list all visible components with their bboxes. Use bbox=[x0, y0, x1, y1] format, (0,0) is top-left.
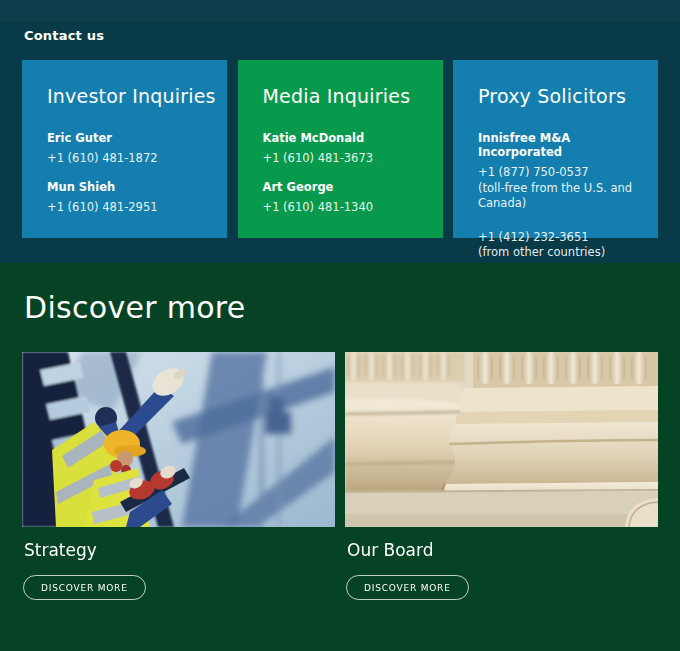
contact-entry: Mun Shieh +1 (610) 481-2951 bbox=[47, 180, 203, 216]
contact-phone: +1 (610) 481-2951 bbox=[47, 200, 203, 216]
tile-title: Our Board bbox=[347, 540, 658, 560]
contact-cards-row: Investor Inquiries Eric Guter +1 (610) 4… bbox=[22, 60, 658, 238]
tile-our-board: Our Board DISCOVER MORE bbox=[345, 352, 658, 600]
card-investor-inquiries: Investor Inquiries Eric Guter +1 (610) 4… bbox=[22, 60, 227, 238]
contact-phone: +1 (412) 232-3651 bbox=[478, 230, 634, 246]
contact-heading: Contact us bbox=[24, 28, 680, 43]
contact-note: (from other countries) bbox=[478, 245, 634, 261]
card-title: Investor Inquiries bbox=[47, 85, 203, 107]
contact-name: Art George bbox=[263, 180, 419, 194]
contact-phone: +1 (610) 481-1872 bbox=[47, 151, 203, 167]
card-proxy-solicitors: Proxy Solicitors Innisfree M&A Incorpora… bbox=[453, 60, 658, 238]
discover-more-button-our-board[interactable]: DISCOVER MORE bbox=[346, 575, 469, 600]
contact-entry: Innisfree M&A Incorporated +1 (877) 750-… bbox=[478, 131, 634, 212]
contact-phone: +1 (610) 481-1340 bbox=[263, 200, 419, 216]
top-divider bbox=[0, 0, 680, 23]
tile-title: Strategy bbox=[24, 540, 335, 560]
tile-strategy: Strategy DISCOVER MORE bbox=[22, 352, 335, 600]
contact-entry: +1 (412) 232-3651 (from other countries) bbox=[478, 230, 634, 261]
discover-heading: Discover more bbox=[0, 263, 680, 325]
card-title: Proxy Solicitors bbox=[478, 85, 634, 107]
contact-name: Katie McDonald bbox=[263, 131, 419, 145]
discover-more-button-strategy[interactable]: DISCOVER MORE bbox=[23, 575, 146, 600]
card-media-inquiries: Media Inquiries Katie McDonald +1 (610) … bbox=[238, 60, 443, 238]
contact-phone: +1 (610) 481-3673 bbox=[263, 151, 419, 167]
contact-entry: Katie McDonald +1 (610) 481-3673 bbox=[263, 131, 419, 167]
contact-name: Innisfree M&A Incorporated bbox=[478, 131, 634, 159]
strategy-image[interactable] bbox=[22, 352, 335, 527]
contact-entry: Eric Guter +1 (610) 481-1872 bbox=[47, 131, 203, 167]
discover-tiles-row: Strategy DISCOVER MORE bbox=[22, 352, 658, 600]
contact-entry: Art George +1 (610) 481-1340 bbox=[263, 180, 419, 216]
contact-name: Eric Guter bbox=[47, 131, 203, 145]
contact-section: Contact us Investor Inquiries Eric Guter… bbox=[0, 0, 680, 263]
contact-phone: +1 (877) 750-0537 bbox=[478, 165, 634, 181]
board-image[interactable] bbox=[345, 352, 658, 527]
discover-section: Discover more bbox=[0, 263, 680, 651]
card-title: Media Inquiries bbox=[263, 85, 419, 107]
contact-name: Mun Shieh bbox=[47, 180, 203, 194]
contact-note: (toll-free from the U.S. and Canada) bbox=[478, 181, 634, 212]
